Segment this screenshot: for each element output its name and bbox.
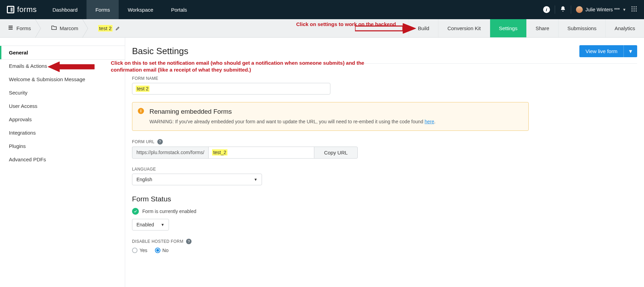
svg-point-1 <box>634 7 635 8</box>
sidebar-item-security[interactable]: Security <box>0 86 125 99</box>
topbar-right: i Julie Winters *** ▼ <box>543 5 644 14</box>
avatar <box>576 6 583 13</box>
language-select[interactable]: English ▼ <box>132 174 262 185</box>
view-live-button[interactable]: View live form <box>579 45 623 57</box>
tab-share[interactable]: Share <box>526 19 558 37</box>
view-live-form: View live form ▼ <box>579 45 637 57</box>
notice-body-suffix: . <box>434 119 436 124</box>
radio-yes-label: Yes <box>140 248 147 253</box>
nav-dashboard[interactable]: Dashboard <box>44 0 87 19</box>
separator <box>571 5 571 14</box>
form-name-highlight: test 2 <box>98 25 113 32</box>
settings-sidebar: General Emails & Actions Welcome & Submi… <box>0 38 125 287</box>
breadcrumb-label: Forms <box>16 25 31 31</box>
url-slug-input[interactable]: test_2 <box>208 147 314 159</box>
sidebar-item-integrations[interactable]: Integrations <box>0 126 125 139</box>
breadcrumb: Forms Marcom test 2 <box>0 19 128 37</box>
edit-pencil-icon[interactable] <box>115 26 120 31</box>
annotation-arrow-right <box>355 23 417 35</box>
page-title: Basic Settings <box>132 46 188 57</box>
tab-submissions[interactable]: Submissions <box>558 19 605 37</box>
sidebar-item-plugins[interactable]: Plugins <box>0 139 125 153</box>
svg-point-5 <box>636 9 637 10</box>
brand-logo-icon <box>7 6 14 13</box>
radio-no[interactable]: No <box>155 248 169 253</box>
form-name-input[interactable]: test 2 <box>132 83 330 95</box>
tab-analytics[interactable]: Analytics <box>605 19 644 37</box>
form-status-select[interactable]: Enabled ▼ <box>132 219 169 230</box>
main-nav: Dashboard Forms Workspace Portals <box>44 0 196 19</box>
annotation-emails-text: Click on this to set the notification em… <box>111 60 371 74</box>
view-live-dropdown[interactable]: ▼ <box>623 45 637 57</box>
svg-marker-11 <box>48 62 94 72</box>
radio-yes[interactable]: Yes <box>132 248 147 253</box>
annotation-arrow-left <box>48 61 96 74</box>
label-language: LANGUAGE <box>132 167 529 172</box>
info-icon[interactable]: i <box>543 6 550 13</box>
svg-point-4 <box>634 9 635 10</box>
chevron-down-icon: ▼ <box>161 223 165 227</box>
help-icon[interactable]: ? <box>186 239 192 244</box>
svg-point-8 <box>636 11 637 12</box>
apps-grid-icon[interactable] <box>631 6 637 13</box>
tab-settings[interactable]: Settings <box>490 19 526 37</box>
sidebar-item-general[interactable]: General <box>0 46 125 59</box>
notice-body: WARNING: If you've already embedded your… <box>149 119 522 124</box>
breadcrumb-label: Marcom <box>60 25 78 31</box>
renaming-notice: i Renaming embedded Forms WARNING: If yo… <box>132 102 529 131</box>
label-disable-hosted: DISABLE HOSTED FORM ? <box>132 239 529 244</box>
url-slug-value: test_2 <box>212 149 227 155</box>
user-name: Julie Winters *** <box>586 7 620 12</box>
subbar: Forms Marcom test 2 Click on settings to… <box>0 19 644 38</box>
svg-point-7 <box>634 11 635 12</box>
svg-point-2 <box>636 7 637 8</box>
label-form-name: FORM NAME <box>132 76 529 81</box>
form-area: FORM NAME test 2 i Renaming embedded For… <box>132 66 529 253</box>
brand-text: forms <box>17 5 37 14</box>
breadcrumb-chevron-icon <box>35 19 43 37</box>
notice-body-prefix: WARNING: If you've already embedded your… <box>149 119 424 124</box>
notifications-icon[interactable] <box>560 6 566 13</box>
form-status-value: Enabled <box>136 222 154 227</box>
user-menu[interactable]: Julie Winters *** ▼ <box>576 6 626 13</box>
nav-workspace[interactable]: Workspace <box>119 0 162 19</box>
nav-portals[interactable]: Portals <box>162 0 196 19</box>
form-name-value: test 2 <box>136 86 149 92</box>
info-icon: i <box>138 108 144 114</box>
svg-point-0 <box>632 7 633 8</box>
help-icon[interactable]: ? <box>157 139 163 145</box>
topbar: forms Dashboard Forms Workspace Portals … <box>0 0 644 19</box>
disable-hosted-radio-group: Yes No <box>132 248 529 253</box>
form-url-row: https://plu.formstack.com/forms/ test_2 … <box>132 147 529 159</box>
label-disable-hosted-text: DISABLE HOSTED FORM <box>132 239 183 244</box>
sidebar-item-welcome-submission[interactable]: Welcome & Submission Message <box>0 73 125 86</box>
breadcrumb-chevron-icon <box>82 19 90 37</box>
sub-tabs: Build Conversion Kit Settings Share Subm… <box>409 19 644 37</box>
form-status-row: Form is currently enabled <box>132 208 529 215</box>
nav-forms[interactable]: Forms <box>87 0 119 19</box>
svg-point-6 <box>632 11 633 12</box>
breadcrumb-form[interactable]: test 2 <box>91 19 128 37</box>
notice-here-link[interactable]: here <box>424 119 434 124</box>
label-form-url: FORM URL ? <box>132 139 529 145</box>
copy-url-button[interactable]: Copy URL <box>314 147 357 159</box>
tab-conversion-kit[interactable]: Conversion Kit <box>438 19 490 37</box>
breadcrumb-folder[interactable]: Marcom <box>43 19 86 37</box>
sidebar-item-approvals[interactable]: Approvals <box>0 113 125 126</box>
label-form-url-text: FORM URL <box>132 139 155 144</box>
separator <box>555 5 555 14</box>
brand-logo[interactable]: forms <box>0 5 44 14</box>
form-status-heading: Form Status <box>132 195 529 203</box>
folder-icon <box>51 25 57 32</box>
sidebar-item-user-access[interactable]: User Access <box>0 99 125 113</box>
sidebar-item-advanced-pdfs[interactable]: Advanced PDFs <box>0 153 125 166</box>
svg-marker-10 <box>403 23 416 34</box>
check-circle-icon <box>132 208 139 215</box>
chevron-down-icon: ▼ <box>622 8 626 12</box>
breadcrumb-forms[interactable]: Forms <box>0 19 39 37</box>
radio-no-label: No <box>162 248 169 253</box>
language-value: English <box>136 177 152 182</box>
main-layout: General Emails & Actions Welcome & Submi… <box>0 38 644 287</box>
svg-point-3 <box>632 9 633 10</box>
notice-title: Renaming embedded Forms <box>149 108 522 115</box>
